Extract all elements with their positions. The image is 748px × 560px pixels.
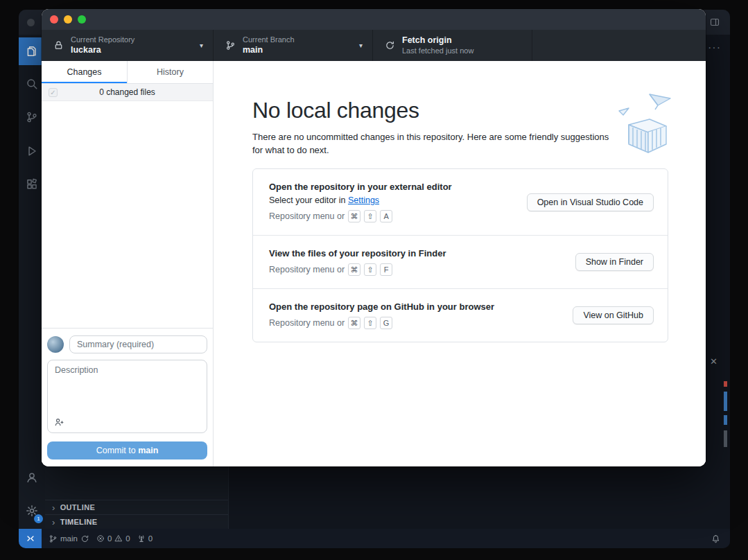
current-branch-dropdown[interactable]: Current Branch main ▾ [214,30,373,61]
outline-label: OUTLINE [60,503,95,511]
branch-name: main [60,534,78,543]
sync-icon [385,40,395,51]
minimap-marker-blue [724,415,727,425]
repository-label: Current Repository [71,36,134,44]
timeline-section[interactable]: › TIMELINE [45,514,228,529]
key-shift: ⇧ [364,317,376,329]
minimap-marker-gray [724,430,727,447]
suggestion-title: View the files of your repository in Fin… [269,248,446,259]
key-letter: F [380,263,392,276]
add-coauthor-button[interactable] [54,417,64,428]
key-command: ⌘ [348,263,360,276]
extensions-icon [26,178,38,191]
key-letter: A [380,210,392,222]
settings-link[interactable]: Settings [348,195,379,205]
close-traffic-light[interactable] [50,15,58,24]
branch-name: main [243,46,295,55]
statusbar-branch[interactable]: main [49,534,89,543]
key-letter: G [380,317,392,329]
panel-close-icon[interactable]: ✕ [710,356,717,367]
no-changes-panel: No local changes There are no uncommitte… [214,61,706,466]
chevron-down-icon: ▾ [359,42,363,49]
fetch-subtitle: Last fetched just now [402,47,473,55]
minimize-traffic-light[interactable] [64,15,72,24]
changes-list-empty [42,101,213,328]
suggestions-card: Open the repository in your external edi… [252,168,668,342]
outline-section[interactable]: › OUTLINE [45,500,228,514]
suggestion-shortcut: Repository menu or ⌘ ⇧ F [269,263,446,276]
key-shift: ⇧ [364,263,376,276]
open-in-vscode-button[interactable]: Open in Visual Studio Code [527,193,654,211]
fetch-origin-button[interactable]: Fetch origin Last fetched just now [373,30,532,61]
commit-description-field [47,360,207,433]
error-icon [96,534,105,543]
minimap-marker-blue [724,392,727,411]
git-branch-icon [49,534,58,543]
user-avatar [47,336,64,353]
error-count: 0 [107,534,112,543]
warning-icon [114,534,123,543]
remote-indicator[interactable] [19,529,42,548]
changes-sidebar: Changes History ✓ 0 changed files [42,61,214,466]
current-repository-dropdown[interactable]: Current Repository luckara ▾ [42,30,214,61]
files-icon [26,45,38,58]
minimap-marker-red [724,381,727,387]
ghd-titlebar [42,9,706,30]
ports-count: 0 [148,534,153,543]
sync-icon [80,534,89,543]
toolbar-filler [532,30,706,61]
account-icon [26,471,38,484]
chevron-right-icon: › [52,517,55,527]
notifications-bell[interactable] [711,534,720,543]
layout-customize-icon[interactable] [709,17,720,28]
fetch-title: Fetch origin [402,36,473,45]
maximize-traffic-light[interactable] [78,15,86,24]
key-command: ⌘ [348,210,360,222]
editor-actions-overflow[interactable]: ··· [708,42,721,54]
tab-history[interactable]: History [127,61,213,83]
suggestion-title: Open the repository in your external edi… [269,182,452,192]
view-on-github-button[interactable]: View on GitHub [573,306,654,324]
repository-name: luckara [71,46,134,55]
search-icon [26,78,38,90]
statusbar-problems[interactable]: 0 0 [96,534,130,543]
suggestion-shortcut: Repository menu or ⌘ ⇧ A [269,210,452,222]
changed-files-label: 0 changed files [99,87,155,97]
ghd-toolbar: Current Repository luckara ▾ Current Bra… [42,30,706,61]
suggestion-title: Open the repository page on GitHub in yo… [269,301,494,312]
commit-description-input[interactable] [48,360,207,414]
traffic-light-inactive[interactable] [27,19,35,26]
key-command: ⌘ [348,317,360,329]
run-debug-icon [26,145,38,157]
page-subtitle: There are no uncommitted changes in this… [252,130,613,157]
select-all-checkbox[interactable]: ✓ [49,88,58,97]
vscode-statusbar: main 0 0 0 [19,529,730,548]
commit-form: Commit to main [42,328,213,466]
activity-account[interactable] [19,464,45,491]
show-in-finder-button[interactable]: Show in Finder [575,253,654,271]
commit-summary-input[interactable] [69,335,207,353]
warning-count: 0 [125,534,130,543]
bell-icon [711,534,720,543]
suggestion-shortcut: Repository menu or ⌘ ⇧ G [269,317,494,329]
branch-label: Current Branch [243,36,295,44]
lock-icon [53,40,64,51]
statusbar-ports[interactable]: 0 [137,534,153,543]
settings-badge: 1 [34,514,43,523]
tab-changes[interactable]: Changes [42,61,127,83]
sidebar-tabs: Changes History [42,61,213,84]
remote-icon [26,534,35,543]
radio-tower-icon [137,534,146,543]
git-branch-icon [225,40,236,51]
timeline-label: TIMELINE [60,518,98,526]
suggestion-show-finder: View the files of your repository in Fin… [253,235,668,288]
activity-settings[interactable]: 1 [19,497,45,525]
github-desktop-window: Current Repository luckara ▾ Current Bra… [42,9,706,466]
commit-to-main-button[interactable]: Commit to main [47,441,207,460]
chevron-right-icon: › [52,502,55,513]
suggestion-view-github: Open the repository page on GitHub in yo… [253,288,668,342]
source-control-icon [26,111,38,123]
suggestion-subtitle: Select your editor in Settings [269,195,452,205]
blankslate-illustration-icon [616,91,673,155]
suggestion-open-editor: Open the repository in your external edi… [253,169,668,235]
